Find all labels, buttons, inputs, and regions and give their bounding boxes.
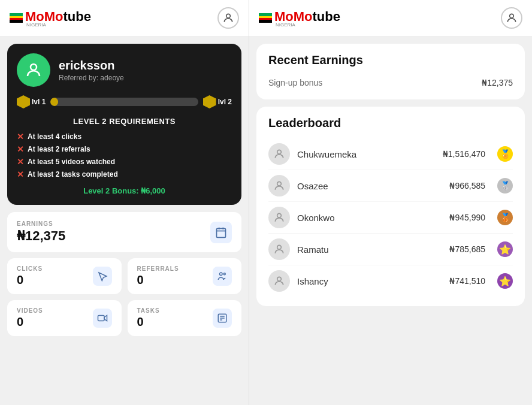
- lb-avatar-5: [268, 270, 290, 292]
- person-icon: [222, 12, 234, 24]
- videos-label: VIDEOS: [17, 307, 43, 314]
- req-x-icon: ✕: [17, 132, 24, 141]
- clicks-value: 0: [17, 273, 43, 287]
- svg-rect-2: [217, 228, 226, 237]
- avatar-icon: [25, 61, 43, 79]
- lb-avatar-1: [268, 143, 290, 165]
- earning-amount: ₦12,375: [482, 78, 513, 87]
- svg-point-1: [31, 64, 37, 70]
- calendar-icon: [215, 226, 227, 238]
- logo-right: MoMotube NIGERIA: [259, 9, 340, 28]
- svg-point-18: [277, 277, 282, 281]
- earnings-value: ₦12,375: [17, 228, 65, 244]
- referrals-value: 0: [137, 273, 179, 287]
- earnings-card: EARNINGS ₦12,375: [7, 212, 241, 252]
- svg-point-15: [277, 182, 282, 186]
- lb-person-icon-3: [273, 211, 285, 223]
- svg-point-17: [277, 245, 282, 249]
- svg-point-6: [220, 273, 223, 276]
- lb-person-icon-4: [273, 243, 285, 255]
- svg-point-14: [277, 150, 282, 154]
- earnings-icon: [210, 222, 232, 243]
- referrals-info: REFERRALS 0: [137, 265, 179, 287]
- earning-label: Sign-up bonus: [268, 78, 322, 87]
- leaderboard-row-2: Osazee ₦966,585 🥈: [268, 170, 513, 202]
- req-text: At least 2 tasks completed: [28, 170, 118, 179]
- stats-grid: CLICKS 0 REFERRALS 0: [7, 258, 241, 336]
- lb-person-icon-5: [273, 275, 285, 287]
- level-progress-bar: [50, 98, 198, 106]
- right-content: Recent Earnings Sign-up bonus ₦12,375 Le…: [249, 37, 532, 313]
- logo-momo: MoMo: [25, 9, 64, 24]
- req-item: ✕ At least 2 tasks completed: [17, 170, 232, 179]
- referred-by: Referred by: adeoye: [59, 74, 124, 82]
- leaderboard-row-5: Ishancy ₦741,510 ⭐: [268, 265, 513, 297]
- username: ericksson: [59, 59, 124, 72]
- videos-info: VIDEOS 0: [17, 307, 43, 329]
- right-profile-button[interactable]: [501, 7, 522, 29]
- requirements-list: ✕ At least 4 clicks ✕ At least 2 referra…: [17, 132, 232, 179]
- left-profile-button[interactable]: [217, 7, 239, 29]
- tasks-info: TASKS 0: [137, 307, 160, 329]
- leaderboard-row-1: Chukwuemeka ₦1,516,470 🏅: [268, 138, 513, 170]
- medal-5: ⭐: [497, 273, 513, 289]
- lb-person-icon-1: [273, 148, 285, 160]
- medal-2: 🥈: [497, 178, 513, 194]
- recent-earnings-title: Recent Earnings: [268, 53, 513, 67]
- hex-icon-1: [17, 95, 30, 108]
- lb-name-4: Ramatu: [297, 244, 442, 255]
- level-current-label: lvl 1: [32, 98, 46, 106]
- left-header: MoMotube NIGERIA: [0, 0, 249, 37]
- hex-icon-2: [203, 95, 216, 108]
- profile-card: ericksson Referred by: adeoye lvl 1 lvl …: [7, 44, 241, 205]
- req-item: ✕ At least 2 referrals: [17, 144, 232, 154]
- tasks-value: 0: [137, 315, 160, 329]
- clicks-label: CLICKS: [17, 265, 43, 272]
- logo-momo-right: MoMo: [274, 9, 313, 24]
- profile-info: ericksson Referred by: adeoye: [59, 59, 124, 82]
- profile-top: ericksson Referred by: adeoye: [17, 53, 232, 87]
- cursor-icon: [97, 271, 108, 282]
- stats-section: EARNINGS ₦12,375 CLICKS 0: [0, 212, 249, 336]
- right-header: MoMotube NIGERIA: [249, 0, 532, 37]
- videos-card: VIDEOS 0: [7, 300, 122, 336]
- svg-point-0: [226, 14, 231, 18]
- req-item: ✕ At least 4 clicks: [17, 132, 232, 141]
- svg-point-7: [223, 273, 225, 275]
- referrals-card: REFERRALS 0: [128, 258, 242, 294]
- right-panel: MoMotube NIGERIA Recent Earnings Sign-up…: [249, 0, 532, 405]
- tasks-label: TASKS: [137, 307, 160, 314]
- logo-tube: tube: [64, 9, 91, 24]
- lb-avatar-3: [268, 207, 290, 228]
- svg-point-13: [510, 14, 514, 18]
- earnings-label: EARNINGS: [17, 220, 65, 227]
- level-current-badge: lvl 1: [17, 95, 46, 108]
- lb-amount-4: ₦785,685: [449, 244, 485, 254]
- medal-4: ⭐: [497, 241, 513, 257]
- flag-icon: [10, 13, 23, 23]
- left-panel: MoMotube NIGERIA ericksson Referred b: [0, 0, 249, 405]
- flag-icon-right: [259, 13, 272, 23]
- referrals-icon-box: [213, 267, 232, 286]
- lb-person-icon-2: [273, 180, 285, 192]
- lb-amount-3: ₦945,990: [449, 213, 485, 222]
- earnings-info: EARNINGS ₦12,375: [17, 220, 65, 244]
- level-next-label: lvl 2: [218, 98, 232, 106]
- logo: MoMotube NIGERIA: [10, 9, 91, 28]
- lb-name-1: Chukwuemeka: [297, 149, 436, 159]
- lb-amount-5: ₦741,510: [449, 276, 485, 286]
- leaderboard-row-3: Okonkwo ₦945,990 🥉: [268, 202, 513, 234]
- svg-rect-8: [98, 316, 104, 321]
- video-icon: [97, 313, 108, 324]
- tasks-icon-box: [213, 309, 232, 328]
- level-progress-fill: [50, 98, 58, 106]
- referrals-label: REFERRALS: [137, 265, 179, 272]
- tasks-card: TASKS 0: [128, 300, 242, 336]
- clicks-info: CLICKS 0: [17, 265, 43, 287]
- lb-avatar-4: [268, 238, 290, 260]
- req-text: At least 5 videos watched: [28, 158, 115, 166]
- lb-name-3: Okonkwo: [297, 213, 442, 223]
- req-text: At least 2 referrals: [28, 145, 90, 153]
- lb-name-5: Ishancy: [297, 276, 442, 286]
- medal-1: 🏅: [497, 146, 513, 162]
